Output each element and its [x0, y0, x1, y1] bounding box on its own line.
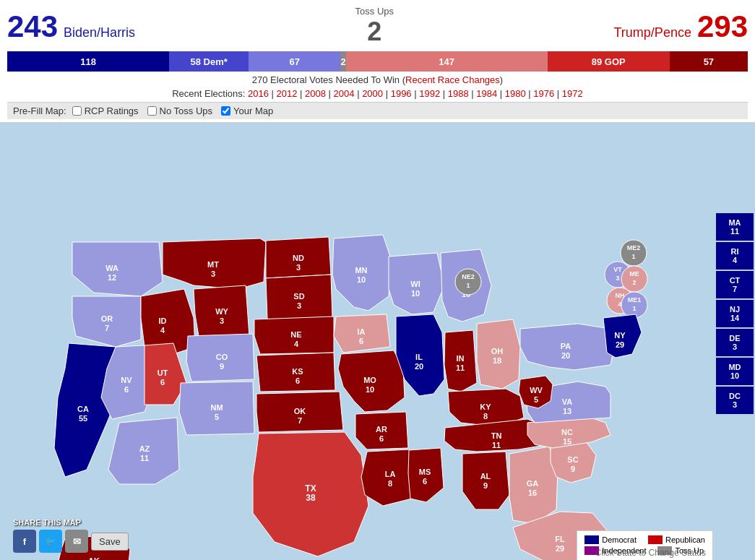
sidebar-state-ri[interactable]: RI 4 [716, 242, 754, 270]
svg-text:4: 4 [294, 340, 299, 348]
svg-text:8: 8 [388, 479, 392, 488]
svg-text:3: 3 [296, 263, 301, 272]
svg-text:AR: AR [376, 425, 387, 434]
svg-text:ME: ME [629, 270, 639, 277]
toss-ups-label: Toss Ups [355, 6, 394, 17]
svg-text:10: 10 [366, 385, 374, 394]
share-section: SHARE THIS MAP f 🐦 ✉ Save [13, 518, 129, 553]
svg-text:IL: IL [415, 353, 423, 361]
svg-text:OR: OR [101, 314, 113, 323]
svg-text:AL: AL [480, 472, 491, 481]
svg-text:3: 3 [616, 275, 619, 282]
svg-text:29: 29 [556, 544, 564, 553]
share-label: SHARE THIS MAP [13, 518, 129, 527]
legend-republican: Republican [648, 535, 705, 544]
svg-text:MN: MN [355, 266, 367, 275]
your-map-checkbox[interactable] [221, 106, 230, 116]
svg-text:GA: GA [527, 479, 539, 488]
svg-text:VT: VT [613, 266, 622, 273]
svg-text:ND: ND [293, 254, 304, 262]
svg-text:IN: IN [457, 354, 465, 363]
sidebar-state-md[interactable]: MD 10 [716, 358, 754, 385]
svg-text:FL: FL [555, 535, 565, 543]
facebook-button[interactable]: f [13, 530, 36, 553]
sidebar-state-dc[interactable]: DC 3 [716, 387, 754, 414]
toss-ups-value: 2 [355, 17, 394, 47]
svg-text:OK: OK [294, 407, 306, 415]
svg-text:11: 11 [492, 441, 501, 449]
app-container: 243 Biden/Harris Toss Ups 2 Trump/Pence … [0, 0, 755, 560]
svg-text:MO: MO [363, 376, 376, 384]
svg-text:AZ: AZ [139, 444, 150, 453]
svg-text:55: 55 [79, 414, 87, 423]
state-al[interactable] [462, 452, 509, 509]
svg-text:6: 6 [379, 434, 384, 443]
svg-text:KS: KS [292, 367, 303, 376]
svg-text:NE2: NE2 [462, 273, 475, 280]
svg-text:9: 9 [571, 465, 575, 473]
svg-text:1: 1 [632, 305, 636, 312]
svg-text:7: 7 [105, 324, 109, 332]
svg-text:MS: MS [419, 468, 431, 476]
sidebar-state-ct[interactable]: CT 7 [716, 271, 754, 298]
svg-text:SD: SD [293, 292, 304, 301]
svg-text:OH: OH [491, 347, 504, 356]
bar-solid-rep: 57 [670, 51, 748, 72]
svg-text:12: 12 [108, 273, 116, 282]
svg-text:SC: SC [567, 455, 578, 464]
svg-text:WV: WV [530, 386, 543, 395]
svg-text:5: 5 [215, 413, 219, 421]
svg-text:LA: LA [385, 470, 396, 478]
svg-text:1: 1 [466, 282, 470, 289]
sidebar-state-nj[interactable]: NJ 14 [716, 300, 754, 327]
svg-text:WY: WY [215, 307, 228, 316]
sidebar-state-ma[interactable]: MA 11 [716, 213, 754, 241]
svg-text:3: 3 [297, 301, 301, 310]
svg-text:AK: AK [88, 556, 100, 560]
sidebar-state-de[interactable]: DE 3 [716, 329, 754, 356]
svg-text:38: 38 [306, 493, 316, 503]
recent-changes-link[interactable]: Recent Race Changes [405, 74, 500, 85]
prefill-row: Pre-Fill Map: RCP Ratings No Toss Ups Yo… [7, 102, 748, 119]
svg-text:ME1: ME1 [628, 296, 642, 303]
no-toss-ups-label[interactable]: No Toss Ups [147, 105, 212, 116]
ev-needed: 270 Electoral Votes Needed To Win (Recen… [7, 74, 748, 85]
bar-likely-dem: 58 Dem* [169, 51, 249, 72]
svg-text:IA: IA [358, 327, 366, 336]
svg-text:6: 6 [359, 337, 363, 345]
sidebar-states: MA 11 RI 4 CT 7 NJ 14 DE 3 MD 10 [716, 213, 754, 414]
svg-text:7: 7 [298, 416, 302, 425]
svg-text:3: 3 [211, 270, 215, 278]
svg-text:NM: NM [210, 403, 223, 412]
rcp-ratings-checkbox[interactable] [72, 106, 82, 116]
svg-text:9: 9 [220, 362, 224, 371]
us-map-svg: WA 12 OR 7 CA 55 ID 4 MT 3 WY 3 NV [0, 123, 679, 560]
svg-text:15: 15 [563, 437, 571, 446]
svg-text:6: 6 [295, 376, 300, 385]
bar-lean-dem: 67 [249, 51, 340, 72]
svg-text:CO: CO [216, 353, 228, 361]
svg-text:10: 10 [357, 275, 366, 284]
svg-text:6: 6 [160, 378, 165, 387]
no-toss-ups-checkbox[interactable] [147, 106, 157, 116]
your-map-label[interactable]: Your Map [221, 105, 273, 116]
svg-text:TX: TX [305, 483, 316, 494]
svg-text:MT: MT [207, 260, 219, 269]
svg-text:NC: NC [561, 428, 573, 436]
svg-text:6: 6 [423, 477, 427, 486]
bar-lean-rep: 147 [346, 51, 548, 72]
svg-text:VA: VA [562, 397, 573, 406]
email-button[interactable]: ✉ [65, 530, 88, 553]
score-row: 243 Biden/Harris Toss Ups 2 Trump/Pence … [7, 6, 748, 47]
toss-ups-section: Toss Ups 2 [355, 6, 394, 47]
svg-text:PA: PA [561, 342, 571, 350]
svg-text:10: 10 [411, 289, 420, 298]
rcp-ratings-label[interactable]: RCP Ratings [72, 105, 139, 116]
bar-likely-rep: 89 GOP [548, 51, 670, 72]
save-button[interactable]: Save [91, 533, 129, 551]
twitter-button[interactable]: 🐦 [39, 530, 62, 553]
svg-text:8: 8 [483, 412, 488, 421]
svg-text:CA: CA [77, 405, 89, 413]
biden-name: Biden/Harris [64, 25, 135, 40]
svg-text:NV: NV [121, 376, 132, 384]
